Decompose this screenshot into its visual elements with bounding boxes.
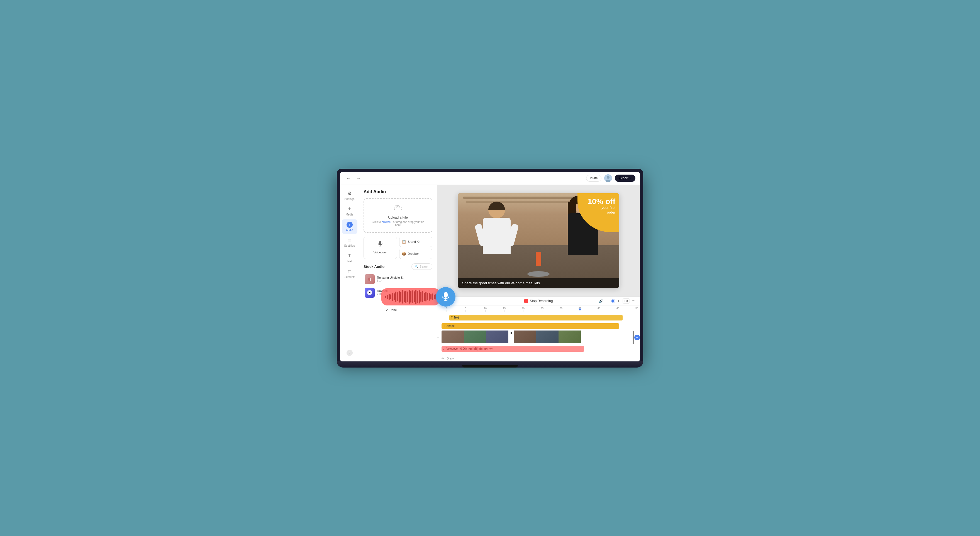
main-content: ⚙ Settings + Media ♪ Audio ≡ [340, 185, 640, 362]
shape-track-bar[interactable]: ⏸ Shape [442, 323, 619, 329]
voiceover-track-row: ♪ Voiceover (0:06) [437, 345, 640, 353]
invite-button[interactable]: Invite [586, 175, 601, 182]
voiceover-overlay: ✓ Done [381, 287, 455, 312]
track-end-marker [633, 331, 634, 344]
svg-rect-6 [444, 292, 448, 298]
avatar [604, 174, 612, 182]
brand-kit-button[interactable]: 📋 Brand Kit [399, 237, 433, 247]
playhead-circle [611, 299, 615, 303]
dropbox-icon: 📦 [402, 252, 406, 256]
video-thumb-5 [536, 330, 558, 343]
sidebar-item-elements[interactable]: ◻ Elements [342, 266, 357, 281]
zoom-out-button[interactable]: − [605, 298, 609, 304]
caption-text: Share the good times with our at-home me… [462, 281, 615, 285]
plus-icon: + [347, 206, 353, 212]
video-thumb-4 [514, 330, 536, 343]
video-track-content: ⏸ [442, 330, 632, 344]
ruler-mark-45: 45 [616, 307, 619, 312]
video-preview: 10% off your firstorder Share the good t… [458, 193, 619, 288]
browse-link[interactable]: browse [382, 220, 391, 224]
waveform-mini [468, 347, 582, 350]
ruler-mark-30: 30 [560, 307, 562, 312]
track-thumbnail-2: ▶ [364, 288, 375, 298]
upload-area[interactable]: Upload a File Click to browse , or drag … [364, 198, 432, 233]
voiceover-recording-ui [381, 287, 455, 306]
fit-button[interactable]: Fit [623, 298, 630, 303]
ruler-mark-10: 10 [484, 307, 487, 312]
audio-icon: ♪ [347, 222, 353, 228]
caption-bar: Share the good times with our at-home me… [458, 278, 619, 288]
zoom-in-button[interactable]: + [616, 298, 621, 304]
text-track-content: T Text [442, 314, 634, 322]
header-left: ← → [345, 174, 363, 182]
ruler-mark-50: 50 [635, 307, 638, 312]
text-track-type-icon: T [451, 316, 453, 319]
brand-kit-icon: 📋 [402, 240, 406, 244]
promo-small-text: your firstorder [601, 206, 616, 215]
draw-section: ✏ Draw [437, 355, 640, 362]
video-thumb-2 [464, 330, 486, 343]
export-button[interactable]: Export ↑ [615, 174, 635, 182]
brand-kit-label: Brand Kit [408, 240, 420, 243]
add-track-button[interactable]: + [634, 335, 640, 340]
sidebar-item-audio[interactable]: ♪ Audio [342, 219, 357, 234]
video-track-row: ⊣ ⏸ [437, 330, 640, 344]
elements-icon: ◻ [347, 268, 353, 274]
voiceover-label: Voiceover [374, 251, 387, 254]
ruler-mark-20: 20 [522, 307, 525, 312]
ruler-mark-15: 15 [503, 307, 506, 312]
help-button[interactable]: ? [347, 350, 353, 356]
pencil-icon: ✏ [442, 357, 444, 360]
track-thumbnail-1 [364, 274, 375, 284]
text-icon: T [347, 253, 353, 259]
preview-container: 10% off your firstorder Share the good t… [437, 185, 640, 297]
ruler-track: 0 5 10 [446, 306, 635, 312]
back-button[interactable]: ← [345, 174, 352, 182]
search-placeholder: Search [420, 265, 429, 268]
stop-rec-icon [524, 299, 528, 303]
upload-icon: ↑ [630, 176, 632, 180]
track-info-1: Relaxing Ukulele S... 3:14 [377, 276, 431, 282]
voiceover-track-label: Voiceover (0:06) [447, 347, 467, 350]
voiceover-button[interactable]: Voiceover [364, 237, 397, 259]
timeline-tracks: T Text [437, 312, 640, 355]
settings-icon: ⚙ [347, 190, 353, 197]
microphone-icon [378, 241, 383, 248]
text-track-bar[interactable]: T Text [449, 315, 623, 320]
text-track-label: Text [454, 316, 459, 319]
ruler-marks: 0 5 10 [446, 308, 635, 312]
sidebar-item-subtitles[interactable]: ≡ Subtitles [342, 235, 357, 249]
forward-button[interactable]: → [355, 174, 363, 182]
stock-audio-title: Stock Audio [364, 265, 384, 269]
svg-point-1 [607, 176, 609, 179]
sidebar-item-settings[interactable]: ⚙ Settings [342, 188, 357, 203]
promo-big-text: 10% off [587, 198, 616, 206]
voiceover-track-bar[interactable]: ♪ Voiceover (0:06) [442, 346, 584, 352]
panel-title: Add Audio [364, 189, 432, 194]
audio-track-1[interactable]: Relaxing Ukulele S... 3:14 [364, 273, 432, 286]
shape-track-content: ⏸ Shape [442, 322, 634, 330]
track-name-1: Relaxing Ukulele S... [377, 276, 431, 279]
ruler-mark-25: 25 [541, 307, 544, 312]
subtitles-icon: ≡ [347, 237, 353, 243]
dropbox-button[interactable]: 📦 Dropbox [399, 249, 433, 259]
waveform-icon: 〜 [632, 298, 635, 303]
ruler-mark-5: 5 [465, 307, 466, 312]
draw-label: Draw [447, 357, 454, 360]
video-thumb-1 [442, 330, 464, 343]
voiceover-track-content: ♪ Voiceover (0:06) [442, 345, 634, 353]
laptop-base [337, 362, 643, 368]
ruler-mark-40: 40 [598, 307, 600, 312]
search-box[interactable]: 🔍 Search [412, 263, 432, 270]
sidebar-item-media[interactable]: + Media [342, 204, 357, 218]
pause-icon: ⏸ [443, 325, 446, 327]
text-track-row: T Text [437, 314, 640, 322]
source-buttons: Voiceover 📋 Brand Kit 📦 Dropbox [364, 237, 432, 259]
video-thumb-6 [558, 330, 581, 343]
sidebar-item-text[interactable]: T Text [342, 251, 357, 265]
stop-recording-button[interactable]: Stop Recording [524, 299, 553, 303]
microphone-button[interactable] [436, 287, 455, 306]
search-icon: 🔍 [415, 265, 418, 268]
dropbox-label: Dropbox [408, 252, 420, 255]
video-thumbnails: ⏸ [442, 330, 632, 343]
